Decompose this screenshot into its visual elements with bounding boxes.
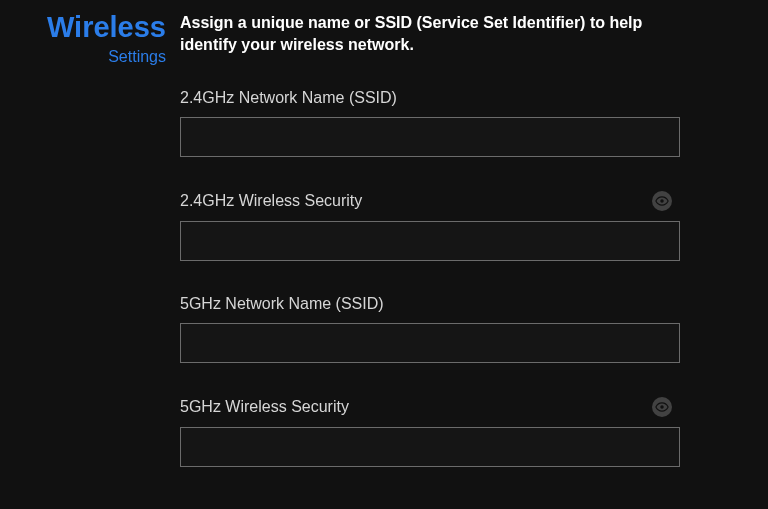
svg-point-0 (660, 199, 664, 203)
visibility-toggle-24ghz[interactable] (652, 191, 672, 211)
svg-point-1 (660, 405, 664, 409)
security-5ghz-input[interactable] (180, 427, 680, 467)
sidebar: Wireless Settings (0, 12, 180, 467)
field-group-ssid-24ghz: 2.4GHz Network Name (SSID) (180, 89, 708, 157)
intro-text: Assign a unique name or SSID (Service Se… (180, 12, 650, 55)
page-container: Wireless Settings Assign a unique name o… (0, 0, 768, 467)
label-row: 5GHz Network Name (SSID) (180, 295, 680, 313)
field-group-security-24ghz: 2.4GHz Wireless Security (180, 191, 708, 261)
visibility-toggle-5ghz[interactable] (652, 397, 672, 417)
field-group-ssid-5ghz: 5GHz Network Name (SSID) (180, 295, 708, 363)
page-title: Wireless (18, 12, 166, 44)
field-group-security-5ghz: 5GHz Wireless Security (180, 397, 708, 467)
page-subtitle: Settings (18, 48, 166, 66)
label-row: 2.4GHz Wireless Security (180, 191, 680, 211)
ssid-5ghz-input[interactable] (180, 323, 680, 363)
security-24ghz-label: 2.4GHz Wireless Security (180, 192, 362, 210)
eye-icon (655, 400, 669, 414)
eye-icon (655, 194, 669, 208)
security-5ghz-label: 5GHz Wireless Security (180, 398, 349, 416)
label-row: 5GHz Wireless Security (180, 397, 680, 417)
ssid-24ghz-input[interactable] (180, 117, 680, 157)
ssid-24ghz-label: 2.4GHz Network Name (SSID) (180, 89, 397, 107)
main-content: Assign a unique name or SSID (Service Se… (180, 12, 768, 467)
security-24ghz-input[interactable] (180, 221, 680, 261)
label-row: 2.4GHz Network Name (SSID) (180, 89, 680, 107)
ssid-5ghz-label: 5GHz Network Name (SSID) (180, 295, 384, 313)
